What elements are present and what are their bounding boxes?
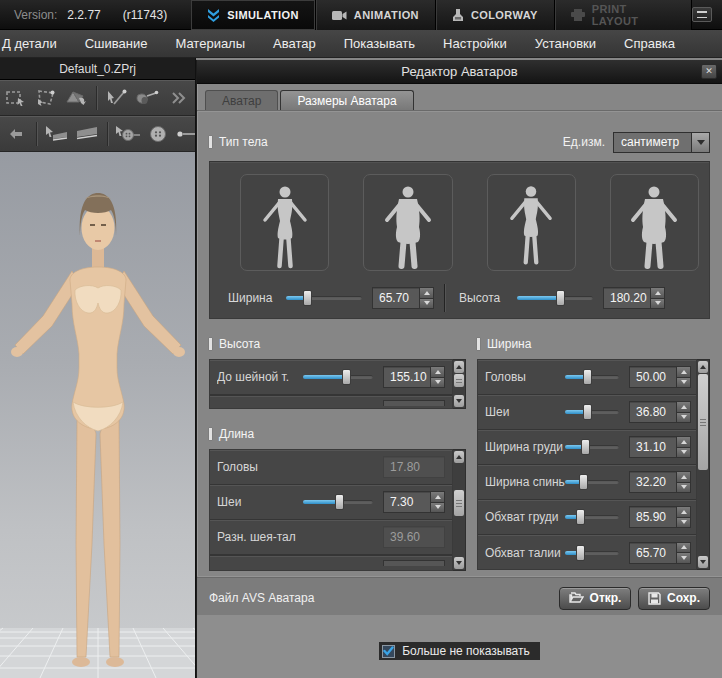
width-slider[interactable] — [286, 290, 362, 306]
back-width-value[interactable]: 32.20 — [629, 471, 691, 493]
open-button[interactable]: Откр. — [559, 587, 631, 610]
button-arrow-tool-icon[interactable] — [115, 121, 141, 147]
scroll-up-icon[interactable] — [454, 451, 464, 463]
box-select-tool-icon[interactable] — [3, 85, 29, 111]
neck-length-slider[interactable] — [303, 494, 373, 510]
stud-tool-icon[interactable] — [175, 121, 195, 147]
row-chest-width: Ширина груди 31.10 — [478, 430, 696, 465]
height-slider-label: Высота — [459, 291, 517, 305]
height-spinner[interactable] — [651, 287, 665, 309]
neck-width-value[interactable]: 36.80 — [629, 401, 691, 423]
length-panel-scrollbar[interactable] — [453, 449, 466, 571]
height-panel-scrollbar[interactable] — [453, 359, 466, 409]
segment-sewing-tool-icon[interactable] — [44, 121, 70, 147]
scroll-down-icon[interactable] — [454, 557, 464, 569]
unit-dropdown-value: сантиметр — [614, 135, 691, 149]
tab-print-layout[interactable]: PRINT LAYOUT — [555, 0, 692, 30]
row-waist-girth: Обхват талии 65.70 — [478, 535, 696, 570]
layout-list-icon[interactable] — [692, 7, 712, 22]
row-neck-width: Шеи 36.80 — [478, 395, 696, 430]
menu-avatar[interactable]: Аватар — [259, 36, 330, 51]
video-camera-icon — [332, 10, 347, 21]
tab-avatar[interactable]: Аватар — [205, 90, 278, 110]
body-type-panel: Ширина 65.70 Высота 180.20 — [209, 161, 710, 319]
body-type-plump-thumb[interactable] — [363, 174, 452, 271]
project-tab[interactable]: Default_0.ZPrj — [0, 58, 195, 80]
menu-show[interactable]: Показывать — [330, 36, 429, 51]
waist-girth-slider[interactable] — [565, 545, 619, 561]
menu-sewing[interactable]: Сшивание — [71, 36, 162, 51]
revision-number: (r11743) — [123, 8, 167, 22]
dont-show-again-label: Больше не показывать — [402, 644, 530, 658]
toolbar-overflow-chevron-icon[interactable] — [166, 85, 192, 111]
scroll-down-icon[interactable] — [698, 556, 708, 568]
back-arrow-tool-icon[interactable] — [3, 121, 29, 147]
transform-pattern-tool-icon[interactable] — [33, 85, 59, 111]
toolbar-row-2 — [0, 116, 195, 152]
dialog-tabs: Аватар Размеры Аватара — [197, 84, 722, 111]
chest-width-slider[interactable] — [565, 439, 619, 455]
unit-dropdown[interactable]: сантиметр — [613, 132, 710, 153]
viewport-3d[interactable] — [0, 152, 195, 678]
neck-width-slider[interactable] — [565, 404, 619, 420]
tab-colorway-label: COLORWAY — [471, 9, 538, 21]
waist-girth-value[interactable]: 65.70 — [629, 542, 691, 564]
section-header-width: Ширина — [477, 337, 710, 351]
head-width-slider[interactable] — [565, 369, 619, 385]
height-value[interactable]: 180.20 — [603, 287, 665, 309]
scroll-up-icon[interactable] — [454, 361, 464, 373]
tab-animation[interactable]: ANIMATION — [316, 0, 436, 30]
tab-avatar-sizes[interactable]: Размеры Аватара — [280, 90, 413, 110]
menu-settings[interactable]: Настройки — [429, 36, 521, 51]
chevron-down-icon[interactable] — [691, 133, 709, 152]
free-sewing-tool-icon[interactable] — [74, 121, 100, 147]
neck-length-value[interactable]: 7.30 — [383, 491, 445, 513]
colorway-icon — [452, 9, 464, 22]
menu-help[interactable]: Справка — [610, 36, 689, 51]
back-width-slider[interactable] — [565, 474, 619, 490]
tab-simulation[interactable]: SIMULATION — [191, 0, 316, 30]
bust-girth-value[interactable]: 85.90 — [629, 506, 691, 528]
right-column: Ширина Головы 50.00 Шеи 36.80 — [477, 337, 710, 571]
sewing-tube-tool-icon[interactable] — [134, 85, 160, 111]
top-bar-right — [692, 0, 722, 29]
checkbox-checked-icon[interactable] — [382, 645, 395, 658]
button-tool-icon[interactable] — [145, 121, 171, 147]
menu-materials[interactable]: Материалы — [161, 36, 259, 51]
tab-print-layout-label: PRINT LAYOUT — [592, 3, 675, 27]
body-type-thumbnails — [228, 174, 699, 271]
simulation-chevrons-icon — [207, 8, 220, 22]
section-header-length: Длина — [209, 427, 466, 441]
scroll-down-icon[interactable] — [454, 395, 464, 407]
application-window: Version: 2.2.77 (r11743) SIMULATION ANIM… — [0, 0, 722, 678]
edit-sewing-tool-icon[interactable] — [104, 85, 130, 111]
dont-show-again-row[interactable]: Больше не показывать — [379, 642, 540, 660]
width-spinner[interactable] — [420, 287, 434, 309]
menu-preferences[interactable]: Установки — [521, 36, 610, 51]
width-value[interactable]: 65.70 — [372, 287, 434, 309]
body-type-slim-thumb[interactable] — [240, 174, 329, 271]
chest-width-value[interactable]: 31.10 — [629, 436, 691, 458]
row-neck-length: Шеи 7.30 — [210, 485, 452, 520]
dialog-titlebar[interactable]: Редактор Аватаров ✕ — [197, 60, 722, 84]
save-button[interactable]: Сохр. — [638, 587, 710, 610]
tab-simulation-label: SIMULATION — [227, 9, 299, 21]
scroll-up-icon[interactable] — [698, 361, 708, 373]
neck-height-value[interactable]: 155.10 — [383, 366, 445, 388]
printer-icon — [571, 9, 585, 21]
floppy-disk-icon — [648, 592, 661, 605]
head-width-value[interactable]: 50.00 — [629, 366, 691, 388]
unfold-tool-icon[interactable] — [63, 85, 89, 111]
width-panel-scrollbar[interactable] — [697, 359, 710, 570]
body-type-tall-slim-thumb[interactable] — [487, 174, 576, 271]
height-slider[interactable] — [517, 290, 593, 306]
top-bar: Version: 2.2.77 (r11743) SIMULATION ANIM… — [0, 0, 722, 30]
avs-file-label: Файл AVS Аватара — [209, 591, 314, 605]
tab-colorway[interactable]: COLORWAY — [436, 0, 555, 30]
neck-height-slider[interactable] — [303, 369, 373, 385]
close-icon[interactable]: ✕ — [701, 64, 717, 79]
bust-girth-slider[interactable] — [565, 509, 619, 525]
body-type-heavy-thumb[interactable] — [610, 174, 699, 271]
menu-2d-patterns[interactable]: Д детали — [0, 36, 71, 51]
neck-waist-diff-value: 39.60 — [383, 526, 445, 548]
